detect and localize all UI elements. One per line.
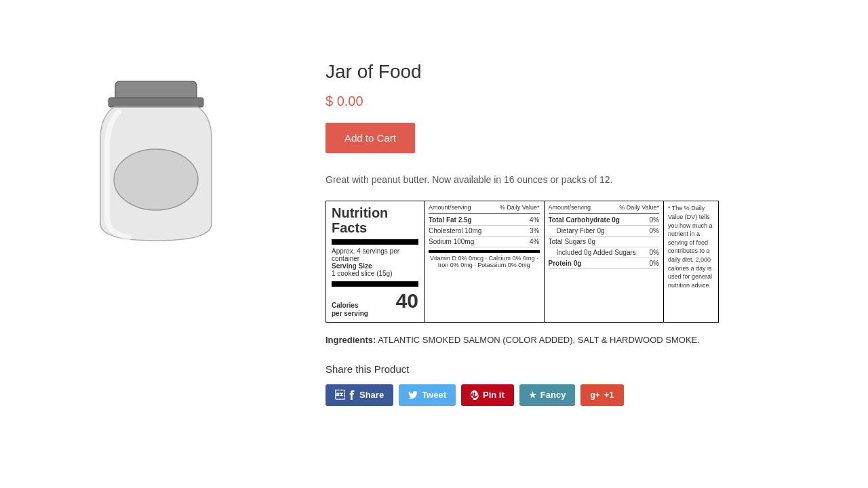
share-section: Share this Product  Share Tweet Pin it … [326, 363, 827, 406]
svg-rect-1 [108, 98, 203, 107]
add-to-cart-button[interactable]: Add to Cart [326, 123, 415, 153]
nutrition-footnote: * The % Daily Value (DV) tells you how m… [664, 201, 718, 322]
product-info: Jar of Food $ 0.00 Add to Cart Great wit… [326, 54, 827, 406]
product-image-area [41, 54, 271, 258]
google-label: +1 [604, 390, 614, 400]
share-fancy-button[interactable]: ★ Fancy [519, 384, 576, 406]
share-twitter-button[interactable]: Tweet [399, 384, 456, 406]
nutrition-calories: Calories per serving 40 [332, 281, 418, 318]
nutrition-row-fat: Total Fat 2.5g4% [429, 215, 540, 226]
share-title: Share this Product [326, 363, 827, 375]
nutrition-left-panel: Nutrition Facts Approx. 4 servings per c… [326, 201, 425, 322]
fancy-label: Fancy [540, 390, 566, 400]
product-price: $ 0.00 [326, 94, 827, 109]
svg-point-2 [114, 149, 198, 210]
facebook-label: Share [359, 390, 384, 400]
nutrition-servings: Approx. 4 servings per container Serving… [332, 239, 418, 277]
product-description: Great with peanut butter. Now available … [326, 172, 827, 187]
nutrition-vitamins: Vitamin D 0% 0mcg · Calcium 0% 0mg · Iro… [429, 250, 540, 268]
pinterest-label: Pin it [483, 390, 505, 400]
nutrition-row-added-sugars: Included 0g Added Sugars0% [549, 247, 660, 258]
share-google-button[interactable]: g+ +1 [580, 384, 623, 406]
nutrition-title: Nutrition Facts [332, 205, 418, 235]
nutrition-right-panel: Amount/serving % Daily Value* Total Carb… [545, 201, 665, 322]
nutrition-facts: Nutrition Facts Approx. 4 servings per c… [326, 201, 719, 323]
pinterest-logo [471, 390, 479, 400]
product-title: Jar of Food [326, 61, 827, 83]
share-facebook-button[interactable]:  Share [326, 384, 393, 406]
twitter-label: Tweet [422, 390, 446, 400]
share-buttons:  Share Tweet Pin it ★ Fancy g+ [326, 384, 827, 406]
twitter-logo [408, 391, 418, 399]
nutrition-middle-panel: Amount/serving % Daily Value* Total Fat … [425, 201, 545, 322]
nutrition-row-cholesterol: Cholesterol 10mg3% [429, 226, 540, 237]
nutrition-row-protein: Protein 0g0% [549, 258, 660, 269]
nutrition-row-sodium: Sodium 100mg4% [429, 237, 540, 247]
facebook-icon:  [335, 390, 344, 401]
fancy-icon: ★ [529, 390, 536, 400]
nutrition-row-sugars: Total Sugars 0g [549, 237, 660, 247]
nutrition-row-carb: Total Carbohydrate 0g0% [549, 215, 660, 226]
facebook-logo [349, 390, 355, 400]
nutrition-row-fiber: Dietary Fiber 0g0% [549, 226, 660, 237]
share-pinterest-button[interactable]: Pin it [461, 384, 514, 406]
ingredients: Ingredients: ATLANTIC SMOKED SALMON (COL… [326, 333, 827, 347]
google-icon: g+ [590, 390, 599, 400]
